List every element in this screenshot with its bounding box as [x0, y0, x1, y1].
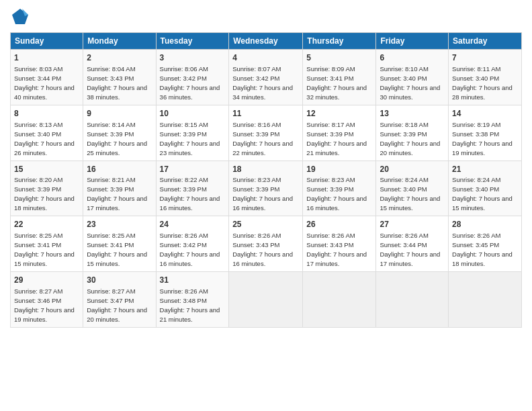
header-cell-sunday: Sunday [11, 33, 83, 50]
header-cell-tuesday: Tuesday [156, 33, 229, 50]
day-cell: 27 Sunrise: 8:26 AMSunset: 3:44 PMDaylig… [376, 216, 449, 272]
day-cell: 26 Sunrise: 8:26 AMSunset: 3:43 PMDaylig… [303, 216, 376, 272]
day-cell: 10 Sunrise: 8:15 AMSunset: 3:39 PMDaylig… [156, 105, 229, 161]
day-info: Sunrise: 8:22 AMSunset: 3:39 PMDaylight:… [160, 176, 220, 212]
header-row: SundayMondayTuesdayWednesdayThursdayFrid… [11, 33, 522, 50]
day-number: 4 [232, 52, 299, 64]
day-number: 1 [14, 52, 79, 64]
day-number: 11 [232, 108, 299, 120]
day-cell: 1 Sunrise: 8:03 AMSunset: 3:44 PMDayligh… [11, 50, 83, 105]
day-info: Sunrise: 8:15 AMSunset: 3:39 PMDaylight:… [160, 121, 220, 156]
day-cell [376, 272, 449, 328]
day-info: Sunrise: 8:14 AMSunset: 3:39 PMDaylight:… [87, 121, 147, 156]
day-number: 26 [306, 219, 372, 230]
day-number: 15 [14, 164, 79, 175]
header-cell-wednesday: Wednesday [229, 33, 303, 50]
day-info: Sunrise: 8:13 AMSunset: 3:40 PMDaylight:… [14, 121, 75, 156]
day-number: 2 [87, 52, 152, 64]
day-number: 5 [306, 52, 372, 64]
day-info: Sunrise: 8:26 AMSunset: 3:48 PMDaylight:… [160, 287, 220, 323]
day-number: 27 [380, 219, 445, 230]
day-info: Sunrise: 8:09 AMSunset: 3:41 PMDaylight:… [306, 65, 367, 101]
day-info: Sunrise: 8:17 AMSunset: 3:39 PMDaylight:… [306, 121, 367, 156]
day-number: 30 [87, 275, 152, 286]
day-info: Sunrise: 8:16 AMSunset: 3:39 PMDaylight:… [232, 121, 293, 156]
day-info: Sunrise: 8:19 AMSunset: 3:38 PMDaylight:… [452, 121, 513, 156]
day-cell: 2 Sunrise: 8:04 AMSunset: 3:43 PMDayligh… [83, 50, 156, 105]
day-cell: 5 Sunrise: 8:09 AMSunset: 3:41 PMDayligh… [303, 50, 376, 105]
day-info: Sunrise: 8:26 AMSunset: 3:43 PMDaylight:… [306, 232, 367, 267]
header-cell-monday: Monday [83, 33, 156, 50]
day-number: 25 [232, 219, 299, 230]
page: SundayMondayTuesdayWednesdayThursdayFrid… [0, 0, 532, 411]
day-cell [303, 272, 376, 328]
day-number: 16 [87, 164, 152, 175]
day-info: Sunrise: 8:27 AMSunset: 3:46 PMDaylight:… [14, 287, 75, 323]
day-info: Sunrise: 8:06 AMSunset: 3:42 PMDaylight:… [160, 65, 220, 101]
day-info: Sunrise: 8:20 AMSunset: 3:39 PMDaylight:… [14, 176, 75, 212]
week-row-5: 29 Sunrise: 8:27 AMSunset: 3:46 PMDaylig… [11, 272, 522, 328]
week-row-1: 1 Sunrise: 8:03 AMSunset: 3:44 PMDayligh… [11, 50, 522, 105]
day-info: Sunrise: 8:03 AMSunset: 3:44 PMDaylight:… [14, 65, 75, 101]
day-number: 10 [160, 108, 226, 120]
day-cell: 21 Sunrise: 8:24 AMSunset: 3:40 PMDaylig… [449, 161, 522, 216]
day-cell: 11 Sunrise: 8:16 AMSunset: 3:39 PMDaylig… [229, 105, 303, 161]
day-info: Sunrise: 8:25 AMSunset: 3:41 PMDaylight:… [87, 232, 147, 267]
day-cell: 7 Sunrise: 8:11 AMSunset: 3:40 PMDayligh… [449, 50, 522, 105]
day-cell: 13 Sunrise: 8:18 AMSunset: 3:39 PMDaylig… [376, 105, 449, 161]
day-cell: 31 Sunrise: 8:26 AMSunset: 3:48 PMDaylig… [156, 272, 229, 328]
day-info: Sunrise: 8:07 AMSunset: 3:42 PMDaylight:… [232, 65, 293, 101]
day-cell: 23 Sunrise: 8:25 AMSunset: 3:41 PMDaylig… [83, 216, 156, 272]
calendar-body: 1 Sunrise: 8:03 AMSunset: 3:44 PMDayligh… [11, 50, 522, 328]
day-cell [229, 272, 303, 328]
day-cell: 4 Sunrise: 8:07 AMSunset: 3:42 PMDayligh… [229, 50, 303, 105]
week-row-3: 15 Sunrise: 8:20 AMSunset: 3:39 PMDaylig… [11, 161, 522, 216]
header-cell-saturday: Saturday [449, 33, 522, 50]
svg-marker-0 [12, 9, 28, 24]
day-cell [449, 272, 522, 328]
day-number: 3 [160, 52, 226, 64]
day-cell: 24 Sunrise: 8:26 AMSunset: 3:42 PMDaylig… [156, 216, 229, 272]
day-cell: 28 Sunrise: 8:26 AMSunset: 3:45 PMDaylig… [449, 216, 522, 272]
day-number: 31 [160, 275, 226, 286]
day-cell: 9 Sunrise: 8:14 AMSunset: 3:39 PMDayligh… [83, 105, 156, 161]
header-cell-thursday: Thursday [303, 33, 376, 50]
day-number: 21 [452, 164, 518, 175]
day-cell: 22 Sunrise: 8:25 AMSunset: 3:41 PMDaylig… [11, 216, 83, 272]
header [10, 7, 522, 27]
day-number: 13 [380, 108, 445, 120]
day-info: Sunrise: 8:04 AMSunset: 3:43 PMDaylight:… [87, 65, 147, 101]
day-cell: 20 Sunrise: 8:24 AMSunset: 3:40 PMDaylig… [376, 161, 449, 216]
day-info: Sunrise: 8:24 AMSunset: 3:40 PMDaylight:… [380, 176, 440, 212]
day-number: 19 [306, 164, 372, 175]
calendar-table: SundayMondayTuesdayWednesdayThursdayFrid… [10, 32, 522, 328]
day-info: Sunrise: 8:23 AMSunset: 3:39 PMDaylight:… [306, 176, 367, 212]
day-info: Sunrise: 8:27 AMSunset: 3:47 PMDaylight:… [87, 287, 147, 323]
day-number: 20 [380, 164, 445, 175]
day-cell: 15 Sunrise: 8:20 AMSunset: 3:39 PMDaylig… [11, 161, 83, 216]
day-cell: 17 Sunrise: 8:22 AMSunset: 3:39 PMDaylig… [156, 161, 229, 216]
day-cell: 19 Sunrise: 8:23 AMSunset: 3:39 PMDaylig… [303, 161, 376, 216]
day-info: Sunrise: 8:18 AMSunset: 3:39 PMDaylight:… [380, 121, 440, 156]
day-number: 12 [306, 108, 372, 120]
day-number: 28 [452, 219, 518, 230]
day-number: 17 [160, 164, 226, 175]
day-number: 22 [14, 219, 79, 230]
day-info: Sunrise: 8:21 AMSunset: 3:39 PMDaylight:… [87, 176, 147, 212]
day-number: 7 [452, 52, 518, 64]
day-cell: 16 Sunrise: 8:21 AMSunset: 3:39 PMDaylig… [83, 161, 156, 216]
day-cell: 12 Sunrise: 8:17 AMSunset: 3:39 PMDaylig… [303, 105, 376, 161]
logo-icon [10, 7, 30, 27]
day-cell: 18 Sunrise: 8:23 AMSunset: 3:39 PMDaylig… [229, 161, 303, 216]
day-info: Sunrise: 8:23 AMSunset: 3:39 PMDaylight:… [232, 176, 293, 212]
day-cell: 30 Sunrise: 8:27 AMSunset: 3:47 PMDaylig… [83, 272, 156, 328]
header-cell-friday: Friday [376, 33, 449, 50]
day-info: Sunrise: 8:26 AMSunset: 3:45 PMDaylight:… [452, 232, 513, 267]
day-cell: 6 Sunrise: 8:10 AMSunset: 3:40 PMDayligh… [376, 50, 449, 105]
day-number: 6 [380, 52, 445, 64]
day-cell: 25 Sunrise: 8:26 AMSunset: 3:43 PMDaylig… [229, 216, 303, 272]
day-number: 23 [87, 219, 152, 230]
day-cell: 14 Sunrise: 8:19 AMSunset: 3:38 PMDaylig… [449, 105, 522, 161]
day-info: Sunrise: 8:26 AMSunset: 3:43 PMDaylight:… [232, 232, 293, 267]
day-cell: 29 Sunrise: 8:27 AMSunset: 3:46 PMDaylig… [11, 272, 83, 328]
